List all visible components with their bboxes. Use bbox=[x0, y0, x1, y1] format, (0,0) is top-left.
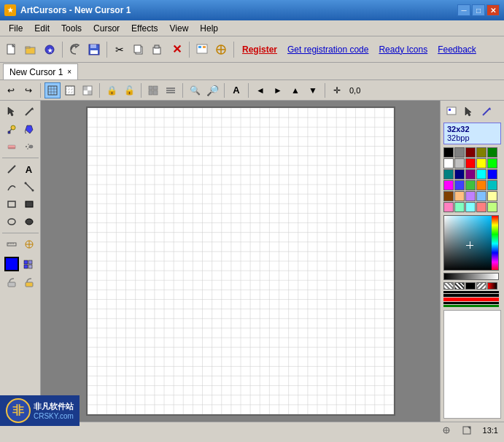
tab-new-cursor[interactable]: New Cursor 1 × bbox=[3, 63, 78, 80]
swatch-lt-yellow[interactable] bbox=[487, 191, 497, 201]
arrow-up-button[interactable]: ▲ bbox=[287, 82, 303, 98]
swatch-black[interactable] bbox=[443, 147, 454, 158]
hotspot-button[interactable] bbox=[212, 41, 230, 58]
zoom-in-button[interactable]: 🔍 bbox=[187, 82, 203, 98]
register-link[interactable]: Register bbox=[238, 44, 282, 55]
pen-size-1[interactable] bbox=[487, 282, 497, 290]
swatch-orange[interactable] bbox=[476, 180, 486, 190]
opacity-100[interactable] bbox=[465, 282, 476, 290]
ellipse-fill-tool[interactable] bbox=[21, 214, 37, 230]
opacity-75[interactable] bbox=[476, 282, 486, 290]
right-pencil-button[interactable] bbox=[478, 104, 495, 120]
ellipse-outline-tool[interactable] bbox=[4, 214, 20, 230]
arrow-left-button[interactable]: ◄ bbox=[252, 82, 268, 98]
lock-col-tool[interactable] bbox=[4, 274, 20, 290]
menu-cursor[interactable]: Cursor bbox=[88, 22, 125, 35]
swatch-blue[interactable] bbox=[487, 169, 497, 179]
fill-tool[interactable] bbox=[21, 121, 37, 137]
swatch-white[interactable] bbox=[443, 158, 454, 168]
ruler-tool[interactable] bbox=[4, 236, 20, 252]
line-size-thin[interactable] bbox=[443, 291, 499, 293]
airbrush-tool[interactable] bbox=[21, 139, 37, 155]
swatch-lt-sky[interactable] bbox=[465, 202, 476, 212]
swatch-peach[interactable] bbox=[454, 191, 465, 201]
delete-button[interactable]: ✕ bbox=[168, 41, 185, 58]
swatch-light-gray[interactable] bbox=[454, 158, 465, 168]
canvas-wrapper[interactable] bbox=[41, 101, 440, 422]
lock-button[interactable]: 🔒 bbox=[104, 82, 120, 98]
view2-button[interactable] bbox=[163, 82, 179, 98]
swatch-lt-mint[interactable] bbox=[454, 202, 465, 212]
undo-sec-button[interactable]: ↩ bbox=[3, 82, 19, 98]
swatch-pink[interactable] bbox=[443, 202, 454, 212]
line-tool[interactable] bbox=[4, 161, 20, 177]
right-img-button[interactable] bbox=[443, 104, 460, 120]
swatch-dark-green[interactable] bbox=[487, 147, 497, 158]
opacity-50[interactable] bbox=[454, 282, 465, 290]
line-size-med[interactable] bbox=[443, 294, 499, 297]
redo-sec-button[interactable]: ↪ bbox=[20, 82, 36, 98]
import-button[interactable] bbox=[193, 41, 211, 58]
unlock-col-tool[interactable] bbox=[21, 274, 37, 290]
rect-fill-tool[interactable] bbox=[21, 196, 37, 212]
grid-button[interactable] bbox=[44, 82, 61, 98]
grid2-button[interactable] bbox=[62, 82, 78, 98]
maximize-button[interactable]: □ bbox=[472, 4, 485, 16]
new-button[interactable] bbox=[3, 41, 20, 58]
library-button[interactable]: ★ bbox=[41, 41, 58, 58]
line-size-green[interactable] bbox=[443, 305, 499, 307]
save-button[interactable] bbox=[85, 41, 103, 58]
tab-close-button[interactable]: × bbox=[67, 68, 71, 76]
menu-view[interactable]: View bbox=[164, 22, 195, 35]
grayscale-bar[interactable] bbox=[443, 273, 499, 280]
eraser-tool[interactable] bbox=[4, 139, 20, 155]
pen-tool[interactable] bbox=[21, 179, 37, 195]
swatch-lt-lime[interactable] bbox=[487, 202, 497, 212]
swatch-green[interactable] bbox=[487, 158, 497, 168]
lock2-button[interactable]: 🔓 bbox=[121, 82, 137, 98]
swatch-teal[interactable] bbox=[443, 169, 454, 179]
swatch-magenta[interactable] bbox=[443, 180, 454, 190]
get-registration-link[interactable]: Get registration code bbox=[283, 44, 373, 55]
ready-icons-link[interactable]: Ready Icons bbox=[374, 44, 432, 55]
swatch-cyan[interactable] bbox=[476, 169, 486, 179]
minimize-button[interactable]: ─ bbox=[457, 4, 470, 16]
zoom-out-button[interactable]: 🔎 bbox=[204, 82, 220, 98]
open-button[interactable] bbox=[22, 41, 39, 58]
crosshair-button[interactable]: ✛ bbox=[329, 82, 345, 98]
swatch-red[interactable] bbox=[465, 158, 476, 168]
dither-tool[interactable] bbox=[20, 257, 36, 273]
cut-button[interactable]: ✂ bbox=[111, 41, 128, 58]
checker-button[interactable] bbox=[80, 82, 96, 98]
pixel-canvas[interactable] bbox=[86, 106, 395, 416]
swatch-lt-purple[interactable] bbox=[465, 191, 476, 201]
hotspot-tool[interactable] bbox=[21, 236, 37, 252]
close-button[interactable]: ✕ bbox=[486, 4, 500, 16]
menu-effects[interactable]: Effects bbox=[125, 22, 163, 35]
menu-help[interactable]: Help bbox=[194, 22, 224, 35]
color-picker-hsb[interactable] bbox=[443, 215, 499, 271]
swatch-coral[interactable] bbox=[476, 202, 486, 212]
swatch-lt-green[interactable] bbox=[465, 180, 476, 190]
drawing-canvas[interactable] bbox=[88, 108, 394, 414]
line-size-thin2[interactable] bbox=[443, 302, 499, 304]
color-pick-tool[interactable] bbox=[4, 121, 20, 137]
text-tool[interactable]: A bbox=[21, 161, 37, 177]
view1-button[interactable] bbox=[145, 82, 161, 98]
fg-color-swatch[interactable] bbox=[4, 257, 19, 271]
arrow-right-button[interactable]: ► bbox=[270, 82, 286, 98]
rect-outline-tool[interactable] bbox=[4, 196, 20, 212]
swatch-brown[interactable] bbox=[443, 191, 454, 201]
swatch-navy[interactable] bbox=[454, 169, 465, 179]
select-tool[interactable] bbox=[4, 104, 20, 120]
swatch-lt-blue[interactable] bbox=[454, 180, 465, 190]
undo-button[interactable] bbox=[66, 41, 84, 58]
swatch-lt-cyan[interactable] bbox=[487, 180, 497, 190]
opacity-25[interactable] bbox=[443, 282, 454, 290]
swatch-dark-gray[interactable] bbox=[454, 147, 465, 158]
paste-button[interactable] bbox=[149, 41, 166, 58]
swatch-purple[interactable] bbox=[465, 169, 476, 179]
swatch-dark-red[interactable] bbox=[465, 147, 476, 158]
menu-edit[interactable]: Edit bbox=[28, 22, 55, 35]
swatch-sky[interactable] bbox=[476, 191, 486, 201]
